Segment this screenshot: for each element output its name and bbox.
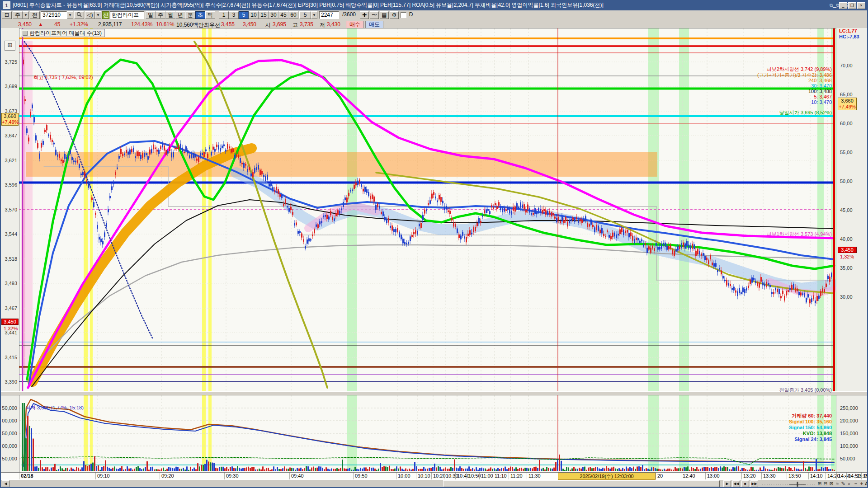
period-button-년[interactable]: 년 [175,11,185,19]
interval-button-5[interactable]: 5 [239,11,249,19]
day-high-note: 최고 3,735 (-7,63%, 09:02) [33,74,93,81]
price-tick-left: 3,725 [2,59,17,65]
chart-tool-icon[interactable]: ⊟ [822,480,829,487]
window-title: [0601] 주식종합차트 - 유통비율[63.9] 거래대금[10,560(백… [13,1,604,9]
interval-button-1[interactable]: 1 [219,11,229,19]
interval-button-15[interactable]: 15 [259,11,269,19]
interval-button-60[interactable]: 60 [288,11,298,19]
grid-settings-icon[interactable]: ⊞ [5,41,15,51]
playback-button[interactable]: ◀◀ [732,480,740,487]
bar-count-input[interactable]: 2247 [319,11,339,19]
period-button-월[interactable]: 월 [165,11,175,19]
scale-tick-right: 45,00 [840,207,860,213]
price-tick-left: 3,544 [2,231,17,237]
search-icon-button[interactable] [74,11,84,19]
code-dropdown-arrow[interactable]: ▼ [67,11,73,19]
auto-scale-button[interactable]: A [863,480,868,487]
current-price-badge-right: 3,450 [838,247,857,253]
sell-button[interactable]: 매도 [365,21,383,28]
current-price-badge-left: 3,450 [1,319,19,325]
chart-toolbar: ⊡주▼전372910▼◁)▼신한컴라이프일주월년분초틱1351015304560… [1,10,867,21]
scale-tick-right: 65,00 [840,92,860,97]
period-button-주[interactable]: 주 [156,11,165,19]
frame-combo-arrow[interactable]: ▼ [23,11,29,19]
price-tick-left: 3,518 [2,256,17,262]
application-window: 1 [0601] 주식종합차트 - 유통비율[63.9] 거래대금[10,560… [0,0,868,488]
d-checkbox-label: D [408,11,414,19]
time-axis-separator [787,473,787,480]
time-tick: 09:20 [161,473,174,479]
time-tick: 10:00 [398,473,410,479]
stock-code-input[interactable]: 372910 [41,11,67,19]
window-select-icon[interactable]: ⊡ [2,11,12,19]
chart-tool-icon[interactable]: ✎ [840,480,846,487]
ma-readout: 240: 3,468 [808,78,832,83]
chart-legend-header[interactable]: 한컴라이프케어 매물대 수(13) [21,29,105,37]
period-button-초[interactable]: 초 [195,11,205,19]
scale-tick-right: 40,00 [840,236,860,242]
time-tick: 14:10 [810,473,823,479]
chart-tool-icon[interactable]: ≈ [834,480,840,487]
unit-combo-arrow[interactable]: ▼ [311,11,317,19]
d-checkbox[interactable] [401,12,406,18]
buy-button[interactable]: 매수 [346,21,364,28]
panel-splitter[interactable] [1,391,868,395]
time-axis-separator [444,473,444,480]
frame-combo[interactable]: 주 [13,11,23,19]
time-tick: 13:00 [707,473,720,479]
maximize-button[interactable]: ❐ [848,2,856,9]
interval-button-10[interactable]: 10 [249,11,259,19]
interval-button-30[interactable]: 30 [269,11,278,19]
session-low-note: 최저 3,390 (1,77%, 15:18) [26,404,84,411]
minimize-button[interactable]: _ [839,2,847,9]
save-icon[interactable]: ▤ [380,11,389,19]
sound-icon-button[interactable]: ◁) [85,11,95,19]
scrollbar-thumb[interactable] [443,480,720,487]
chart-tool-icon[interactable]: ⊞ [816,480,823,487]
volume-tick-right: 250,000 [840,405,862,411]
current-pct-right: 1,32% [840,254,854,259]
playback-button[interactable]: ▶▶ [750,480,758,487]
time-axis-separator [866,473,866,480]
legend-title: 한컴라이프케어 매물대 수(13) [29,29,102,37]
interval-button-3[interactable]: 3 [229,11,239,19]
credit-badge: 신 [102,11,109,19]
time-axis-separator [855,473,855,480]
volume-legend-entry: Signal 100: 35,160 [789,419,832,425]
time-axis-separator [455,473,456,480]
close-button[interactable]: × [857,2,865,9]
time-axis-separator [431,473,432,480]
time-axis-separator [681,473,681,480]
volume-tick-left: 50,000 [2,456,17,461]
titlebar-tool-icons[interactable]: ⧉▁⧉✛T? [830,2,837,9]
prev-stock-button[interactable]: 전 [30,11,40,19]
time-axis-separator [808,473,809,480]
chart-tool-icon[interactable]: ⌕ [846,480,852,487]
unit-combo[interactable]: 5 [299,11,311,19]
interval-button-45[interactable]: 45 [278,11,288,19]
time-tick: 02/18 [21,473,33,479]
chart-tool-icon[interactable]: ⊠ [828,480,835,487]
price-tick-left: 3,596 [2,182,17,188]
bar-total-label: /3600 [340,11,358,19]
sound-dropdown-arrow[interactable]: ▼ [95,11,101,19]
time-tick: 09:30 [226,473,239,479]
time-tick: 11:30 [528,473,541,479]
chart-canvas[interactable] [19,28,836,472]
playback-button[interactable]: ▶ [723,480,731,487]
price-tick-left: 3,570 [2,207,17,212]
time-axis-separator [761,473,762,480]
time-tick: 11:20 [510,473,523,479]
scroll-left-button[interactable]: ◀ [2,480,9,487]
settings-gear-icon[interactable]: ⚙ [390,11,399,19]
period-button-일[interactable]: 일 [146,11,156,19]
period-button-틱[interactable]: 틱 [205,11,215,19]
titlebar-icon[interactable]: ▁ [833,3,836,8]
time-axis-separator [353,473,354,480]
trendline-icon[interactable]: 〜 [370,11,379,19]
chart-area[interactable]: 한컴라이프케어 매물대 수(13) ⊞ 최고 3,735 (-7,63%, 09… [1,28,868,472]
playback-button[interactable]: ■ [741,480,749,487]
period-button-분[interactable]: 분 [185,11,195,19]
candle-add-icon[interactable]: ✚ [360,11,369,19]
zoom-out-button[interactable]: – [853,480,859,487]
